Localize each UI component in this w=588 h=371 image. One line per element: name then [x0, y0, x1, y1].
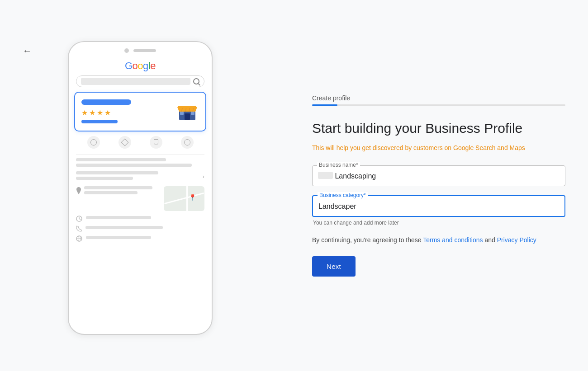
next-button[interactable]: Next [312, 256, 356, 277]
phone-search-bar [76, 75, 204, 87]
star-2: ★ [89, 108, 95, 117]
business-category-input[interactable] [318, 200, 559, 211]
terms-prefix: By continuing, you're agreeing to these [312, 236, 423, 244]
globe-icon [76, 235, 82, 242]
right-side: Create profile Start building your Busin… [312, 85, 565, 285]
clock-icon [76, 216, 82, 222]
phone-search-input-placeholder [81, 78, 190, 85]
svg-rect-8 [178, 106, 196, 108]
terms-text: By continuing, you're agreeing to these … [312, 235, 565, 245]
map-line-1 [84, 186, 152, 189]
phone-speaker [133, 49, 156, 52]
google-o2: o [138, 60, 143, 71]
star-1: ★ [81, 108, 88, 117]
svg-rect-3 [191, 112, 194, 115]
progress-bar-fill [312, 104, 337, 106]
svg-line-11 [79, 219, 81, 220]
list-line-2a [76, 171, 158, 174]
business-category-hint: You can change and add more later [312, 220, 565, 226]
phone-list-row-1 [76, 158, 204, 167]
hours-line [86, 216, 151, 219]
phone-top-bar [69, 42, 212, 56]
terms-and-conditions-link[interactable]: Terms and conditions [423, 236, 483, 244]
phone-phone-row [76, 225, 204, 232]
google-o1: o [133, 60, 138, 71]
nav-icon-1 [90, 139, 97, 146]
map-thumbnail: 📍 [164, 186, 204, 211]
svg-rect-2 [180, 112, 184, 115]
phone-card-left: ★ ★ ★ ★ [81, 99, 175, 123]
list-lines-2 [76, 171, 203, 182]
phone-business-card: ★ ★ ★ ★ [74, 92, 206, 131]
google-logo: Google [76, 60, 204, 72]
star-4: ★ [104, 108, 111, 117]
svg-rect-1 [185, 113, 190, 120]
phone-map-section: 📍 [76, 186, 204, 211]
phone-mockup: Google ★ ★ ★ ★ [68, 41, 213, 335]
progress-bar-container [312, 104, 565, 106]
page-container: ← Google [23, 9, 565, 362]
phone-nav-row [76, 136, 204, 149]
nav-item-1 [87, 136, 100, 149]
form-subtitle: This will help you get discovered by cus… [312, 143, 565, 153]
phone-icon [76, 225, 82, 232]
map-line-2 [84, 191, 138, 194]
left-side: ← Google [23, 37, 258, 335]
map-road-v [186, 186, 188, 211]
google-g2: g [143, 60, 148, 71]
progress-section: Create profile [312, 94, 565, 106]
terms-middle: and [483, 236, 497, 244]
phone-line [85, 226, 163, 229]
list-line-1a [76, 158, 166, 161]
website-lines [86, 236, 204, 241]
phone-list-row-2: › [76, 171, 204, 182]
store-icon [175, 99, 199, 124]
web-line [86, 236, 151, 239]
phone-list-section: › [76, 154, 204, 242]
nav-item-2 [119, 136, 131, 149]
business-category-label: Business category* [318, 192, 368, 198]
phone-search-icon [193, 78, 199, 85]
business-name-prefix [318, 172, 333, 179]
nav-icon-4 [184, 139, 190, 146]
page-title: Start building your Business Profile [312, 119, 565, 137]
phone-card-title-bar [81, 99, 131, 105]
google-g: G [125, 60, 133, 71]
star-3: ★ [97, 108, 103, 117]
business-category-field-group: Business category* You can change and ad… [312, 195, 565, 226]
phone-card-stars: ★ ★ ★ ★ [81, 108, 175, 117]
phone-number-lines [85, 226, 204, 231]
nav-item-4 [181, 136, 194, 149]
map-text-lines [76, 186, 160, 211]
business-name-field-wrapper: Business name* [312, 165, 565, 186]
nav-item-3 [150, 136, 162, 149]
business-category-field-wrapper: Business category* [312, 195, 565, 217]
chevron-right-icon: › [203, 173, 204, 180]
phone-camera [124, 48, 129, 53]
google-e: e [150, 60, 156, 71]
back-arrow-button[interactable]: ← [23, 46, 32, 56]
phone-web-row [76, 235, 204, 242]
phone-content: Google ★ ★ ★ ★ [69, 56, 212, 245]
hours-lines [86, 216, 204, 221]
list-line-1b [76, 164, 192, 167]
list-line-2b [76, 177, 133, 180]
business-name-field-group: Business name* [312, 165, 565, 186]
phone-hours-row [76, 216, 204, 222]
privacy-policy-link[interactable]: Privacy Policy [497, 236, 536, 244]
progress-label: Create profile [312, 94, 565, 102]
map-road-h [164, 193, 204, 204]
map-pin-icon: 📍 [189, 194, 196, 201]
phone-card-subtitle-bar [81, 120, 118, 123]
business-name-label: Business name* [317, 162, 360, 168]
business-name-input[interactable] [335, 169, 560, 181]
